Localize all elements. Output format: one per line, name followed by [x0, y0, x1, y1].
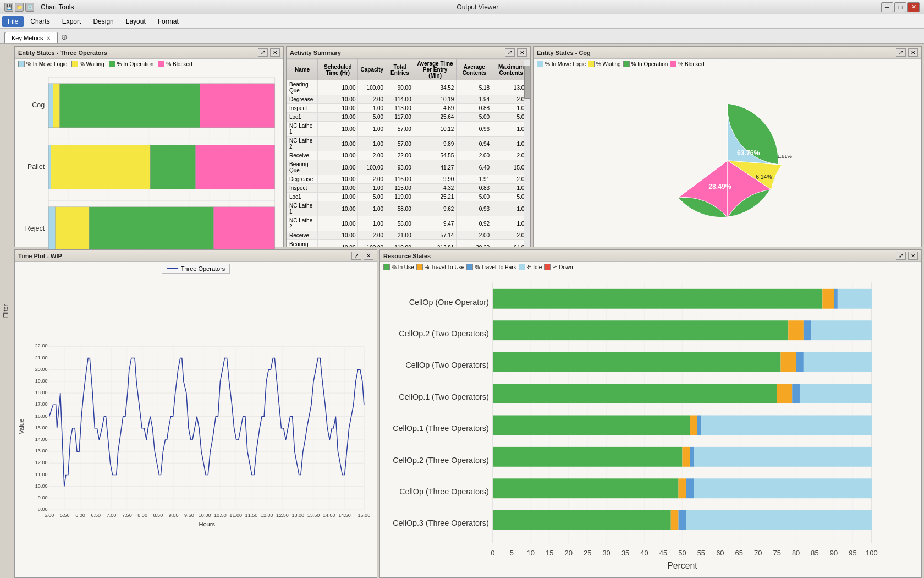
- svg-text:90: 90: [830, 549, 838, 557]
- table-cell: Receive: [287, 151, 318, 160]
- resource-states-controls: ⤢ ✕: [896, 252, 918, 260]
- svg-text:14.00: 14.00: [35, 437, 48, 442]
- activity-table[interactable]: Name Scheduled Time (Hr) Capacity Total …: [287, 59, 530, 247]
- table-cell: 1.00: [358, 122, 386, 137]
- menu-layout[interactable]: Layout: [120, 16, 151, 27]
- scrollbar[interactable]: [524, 60, 530, 247]
- table-cell: 10.00: [318, 95, 358, 104]
- maximize-button[interactable]: □: [894, 2, 906, 12]
- filter-sidebar: Filter: [0, 44, 12, 578]
- cog-legend-move-color: [537, 61, 543, 67]
- tab-close-button[interactable]: ✕: [46, 35, 51, 41]
- svg-rect-179: [493, 510, 671, 530]
- cog-legend-blocked-color: [670, 61, 676, 67]
- legend-blocked: % Blocked: [158, 61, 192, 67]
- time-plot-legend: Three Operators: [162, 264, 230, 274]
- svg-text:CellOp (Three Operators): CellOp (Three Operators): [399, 487, 489, 496]
- resource-states-header: Resource States ⤢ ✕: [380, 250, 921, 262]
- svg-text:9.50: 9.50: [184, 512, 194, 518]
- time-plot-legend-label: Three Operators: [181, 265, 226, 272]
- table-row: Inspect10.001.00113.004.690.881.00: [287, 104, 530, 113]
- svg-rect-166: [697, 415, 701, 435]
- disk-icon[interactable]: 💿: [25, 3, 34, 12]
- svg-text:21.00: 21.00: [35, 355, 48, 361]
- table-cell: 213.81: [414, 240, 457, 247]
- menu-export[interactable]: Export: [57, 16, 87, 27]
- table-cell: 57.14: [414, 231, 457, 240]
- table-cell: 0.83: [457, 184, 492, 193]
- scrollbar-thumb[interactable]: [524, 66, 530, 99]
- save-icon[interactable]: 💾: [4, 3, 13, 12]
- time-plot-close[interactable]: ✕: [364, 252, 373, 260]
- svg-rect-152: [811, 320, 872, 340]
- entity-states-resize[interactable]: ⤢: [258, 48, 268, 57]
- table-cell: 2.00: [358, 231, 386, 240]
- legend-down-color: [544, 264, 551, 270]
- table-row: Inspect10.001.00115.004.320.831.00: [287, 184, 530, 193]
- legend-down-label: % Down: [552, 264, 573, 270]
- activity-summary-controls: ⤢ ✕: [505, 48, 527, 57]
- resource-resize[interactable]: ⤢: [896, 252, 906, 260]
- close-button[interactable]: ✕: [908, 2, 920, 12]
- window-controls: ─ □ ✕: [881, 2, 920, 12]
- svg-text:0: 0: [491, 549, 494, 557]
- svg-text:30: 30: [602, 549, 610, 557]
- svg-text:19.00: 19.00: [35, 378, 48, 384]
- svg-text:28.49%: 28.49%: [708, 183, 732, 190]
- col-avg-contents: Average Contents: [457, 59, 492, 80]
- svg-text:13.00: 13.00: [35, 448, 48, 454]
- resource-close[interactable]: ✕: [908, 252, 918, 260]
- svg-text:6.14%: 6.14%: [756, 173, 772, 179]
- menu-charts[interactable]: Charts: [25, 16, 55, 27]
- new-tab-button[interactable]: ⊕: [59, 30, 70, 43]
- svg-rect-24: [196, 145, 275, 189]
- activity-summary-header: Activity Summary ⤢ ✕: [287, 47, 530, 59]
- minimize-button[interactable]: ─: [881, 2, 893, 12]
- filter-label[interactable]: Filter: [3, 304, 9, 318]
- svg-text:75: 75: [773, 549, 780, 557]
- entity-states-legend: % In Move Logic % Waiting % In Operation…: [15, 59, 283, 69]
- table-cell: 116.00: [386, 175, 414, 184]
- table-cell: 115.00: [386, 184, 414, 193]
- svg-text:8.00: 8.00: [138, 512, 147, 518]
- table-cell: 10.00: [318, 193, 358, 201]
- activity-resize[interactable]: ⤢: [505, 48, 515, 57]
- svg-rect-151: [804, 320, 811, 340]
- col-capacity: Capacity: [358, 59, 386, 80]
- folder-icon[interactable]: 📁: [15, 3, 24, 12]
- svg-text:6.00: 6.00: [75, 512, 85, 518]
- svg-text:14.50: 14.50: [338, 512, 351, 518]
- svg-text:10.00: 10.00: [35, 483, 48, 489]
- svg-rect-16: [48, 84, 53, 128]
- svg-text:95: 95: [849, 549, 856, 557]
- svg-text:11.00: 11.00: [35, 472, 48, 477]
- table-cell: 4.69: [414, 104, 457, 113]
- entity-states-close[interactable]: ✕: [270, 48, 280, 57]
- svg-rect-155: [781, 352, 796, 372]
- cog-header: Entity States - Cog ⤢ ✕: [534, 47, 921, 59]
- svg-text:13.00: 13.00: [292, 512, 304, 518]
- svg-rect-149: [493, 320, 788, 340]
- menu-design[interactable]: Design: [87, 16, 119, 27]
- cog-close[interactable]: ✕: [908, 48, 918, 57]
- resource-chart-area: CellOp (One Operator) CellOp.2 (Two Oper…: [380, 272, 921, 577]
- svg-text:Reject: Reject: [25, 225, 45, 232]
- svg-rect-182: [686, 510, 872, 530]
- cog-resize[interactable]: ⤢: [896, 48, 906, 57]
- tab-key-metrics[interactable]: Key Metrics ✕: [4, 32, 58, 43]
- resource-states-title: Resource States: [383, 253, 431, 259]
- cog-legend-move-label: % In Move Logic: [545, 61, 586, 67]
- menu-format[interactable]: Format: [152, 16, 184, 27]
- menu-file[interactable]: File: [2, 16, 24, 27]
- entity-states-panel: Entity States - Three Operators ⤢ ✕ % In…: [14, 46, 284, 247]
- svg-text:1.61%: 1.61%: [777, 153, 792, 159]
- time-plot-resize[interactable]: ⤢: [351, 252, 361, 260]
- resource-svg: CellOp (One Operator) CellOp.2 (Two Oper…: [382, 274, 919, 575]
- activity-close[interactable]: ✕: [517, 48, 527, 57]
- table-cell: 58.00: [386, 216, 414, 231]
- svg-text:13.50: 13.50: [307, 512, 320, 518]
- svg-text:7.50: 7.50: [122, 512, 132, 518]
- cog-pie-svg: 28.49% 63.76% 6.14% 1.61%: [640, 86, 816, 230]
- table-cell: Inspect: [287, 104, 318, 113]
- svg-text:CellOp.2 (Two Operators): CellOp.2 (Two Operators): [399, 329, 488, 338]
